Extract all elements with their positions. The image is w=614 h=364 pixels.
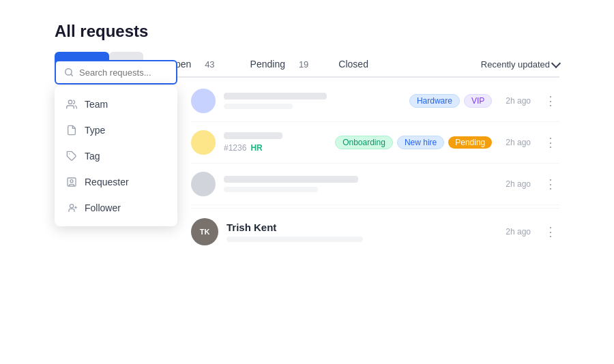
time-ago: 2h ago — [506, 179, 531, 189]
avatar — [191, 130, 216, 155]
file-icon — [65, 124, 78, 136]
avatar — [191, 172, 216, 196]
filter-menu: Team Type — [55, 86, 177, 226]
request-content: #1236 HR — [224, 132, 321, 153]
search-box — [55, 60, 177, 85]
user-name: Trish Kent — [226, 222, 363, 233]
search-icon — [64, 67, 74, 77]
request-sub-placeholder — [224, 104, 293, 109]
request-id: #1236 — [224, 143, 246, 153]
filter-item-team[interactable]: Team — [55, 91, 177, 117]
svg-point-2 — [68, 100, 72, 104]
table-row: 2h ago ⋮ — [191, 164, 559, 205]
filter-item-requester[interactable]: Requester — [55, 169, 177, 195]
user-sub-placeholder — [226, 237, 363, 242]
more-options-button[interactable]: ⋮ — [542, 134, 559, 151]
time-ago: 2h ago — [506, 96, 531, 106]
status-tabs: Open 43 Pending 19 Closed — [157, 56, 374, 72]
tab-closed[interactable]: Closed — [333, 56, 374, 72]
filter-team-label: Team — [85, 99, 108, 110]
tab-pending[interactable]: Pending 19 — [239, 56, 320, 72]
filter-requester-label: Requester — [85, 177, 129, 187]
filter-item-tag[interactable]: Tag — [55, 143, 177, 169]
tag-newhire: New hire — [397, 136, 444, 149]
sort-button[interactable]: Recently updated — [481, 59, 559, 70]
time-ago: 2h ago — [506, 138, 531, 147]
filter-item-follower[interactable]: Follower — [55, 195, 177, 221]
avatar — [191, 89, 216, 113]
request-title-placeholder — [224, 176, 358, 183]
request-content — [224, 93, 396, 109]
time-ago: 2h ago — [506, 227, 531, 237]
tag-vip: VIP — [464, 94, 492, 108]
search-input[interactable] — [79, 67, 168, 78]
tag-icon — [65, 150, 78, 162]
tag-hardware: Hardware — [409, 94, 460, 108]
filter-item-type[interactable]: Type — [55, 117, 177, 143]
table-row: #1236 HR Onboarding New hire Pending 2h … — [191, 122, 559, 164]
request-tags: Onboarding New hire Pending — [335, 136, 492, 149]
filter-dropdown-container: Team Type — [55, 60, 177, 226]
filter-tag-label: Tag — [85, 151, 100, 162]
request-sub-placeholder — [224, 187, 318, 192]
svg-point-5 — [70, 180, 73, 183]
more-options-button[interactable]: ⋮ — [542, 92, 559, 110]
follower-icon — [65, 202, 78, 214]
svg-point-6 — [70, 204, 73, 208]
tag-onboarding: Onboarding — [335, 136, 393, 149]
list-item: TK Trish Kent 2h ago ⋮ — [191, 208, 559, 255]
request-title-placeholder — [224, 132, 282, 139]
request-list: Hardware VIP 2h ago ⋮ #1236 HR Onboardin… — [191, 80, 559, 342]
svg-line-1 — [71, 74, 73, 76]
more-options-button[interactable]: ⋮ — [542, 175, 559, 193]
chevron-down-icon — [551, 58, 561, 67]
user-info: Trish Kent — [226, 222, 363, 242]
requester-icon — [65, 176, 78, 188]
filter-type-label: Type — [85, 125, 105, 136]
more-options-button[interactable]: ⋮ — [542, 223, 559, 241]
filter-follower-label: Follower — [85, 202, 121, 213]
request-title-placeholder — [224, 93, 327, 100]
request-tags: Hardware VIP — [409, 94, 492, 108]
avatar: TK — [191, 218, 218, 245]
request-dept: HR — [250, 143, 262, 153]
request-content — [224, 176, 492, 192]
page-title: All requests — [55, 22, 559, 41]
table-row: Hardware VIP 2h ago ⋮ — [191, 80, 559, 122]
users-icon — [65, 98, 78, 110]
tag-pending: Pending — [448, 136, 492, 149]
